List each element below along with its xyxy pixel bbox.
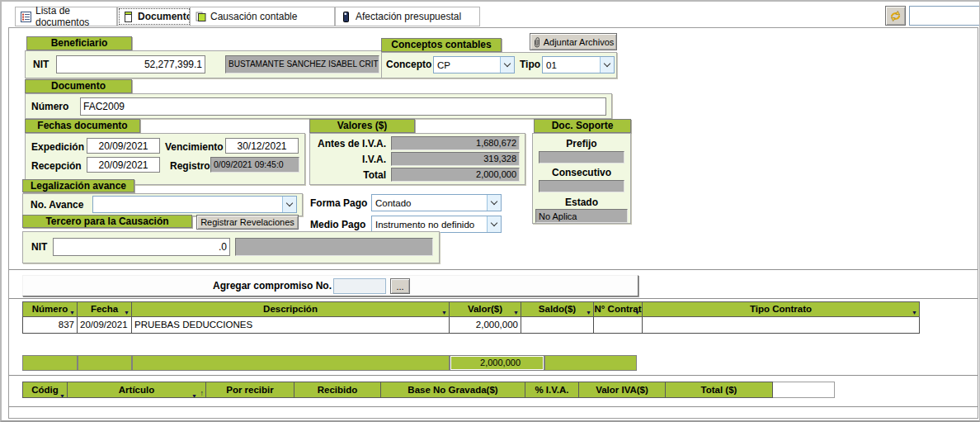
col-header-codigo[interactable]: Códig▼ xyxy=(22,382,68,398)
col-header-saldo[interactable]: Saldo($)▼ xyxy=(521,301,594,317)
filter-arrow-icon: ▼ xyxy=(912,306,917,317)
refresh-icon xyxy=(888,9,902,23)
chevron-down-icon xyxy=(600,57,614,73)
tercero-nombre-field xyxy=(235,238,433,256)
col-header-spacer xyxy=(773,382,835,398)
recepcion-input[interactable] xyxy=(87,157,160,173)
prefijo-field xyxy=(539,151,624,164)
compromisos-table-row[interactable]: 837 20/09/2021 PRUEBAS DEDUCCIONES 2,000… xyxy=(22,317,920,334)
compromiso-no-input[interactable] xyxy=(333,278,386,294)
cell-valor[interactable]: 2,000,000 xyxy=(450,317,521,334)
compromisos-totals-row: 2,000,000 xyxy=(22,355,637,371)
chevron-down-icon xyxy=(282,197,296,212)
no-avance-select[interactable] xyxy=(92,196,297,213)
registro-label: Registro xyxy=(170,160,210,172)
vencimiento-label: Vencimiento xyxy=(165,141,224,153)
forma-pago-select[interactable]: Contado xyxy=(371,194,502,211)
quick-search-input[interactable] xyxy=(909,6,980,26)
iva-label: I.V.A. xyxy=(313,154,386,165)
estado-label: Estado xyxy=(532,197,631,208)
tercero-nit-label: NIT xyxy=(31,241,47,253)
tipo-label: Tipo xyxy=(520,59,540,70)
ellipsis-label: ... xyxy=(396,282,403,292)
tab-label: Lista de documentos xyxy=(35,5,111,28)
tipo-selected-value: 01 xyxy=(543,60,600,70)
tab-label: Afectación presupuestal xyxy=(356,11,461,22)
registro-field: 0/09/2021 09:45:0 xyxy=(210,157,299,173)
compromiso-browse-button[interactable]: ... xyxy=(390,278,410,294)
list-icon xyxy=(21,12,31,22)
col-header-fecha[interactable]: Fecha▼ xyxy=(78,301,132,317)
col-header-numero[interactable]: Número▼ xyxy=(22,301,78,317)
articulos-table-header: Códig▼ Artículo▼↑ Por recibir Recibido B… xyxy=(22,382,835,398)
concepto-select[interactable]: CP xyxy=(433,56,515,73)
cell-descripcion[interactable]: PRUEBAS DEDUCCIONES xyxy=(132,317,450,334)
beneficiario-nombre-field: BUSTAMANTE SANCHEZ ISABEL CRIT xyxy=(225,55,379,73)
col-header-tipo-contrato[interactable]: Tipo Contrato▼ xyxy=(643,301,920,317)
col-header-valor[interactable]: Valor($)▼ xyxy=(450,301,521,317)
totals-cell xyxy=(78,355,132,371)
separator xyxy=(9,406,978,408)
totals-valor-cell: 2,000,000 xyxy=(450,355,544,371)
app-window: Lista de documentos Documento Causación … xyxy=(0,0,980,422)
registrar-revelaciones-button[interactable]: Registrar Revelaciones xyxy=(196,215,299,230)
totals-cell xyxy=(544,355,637,371)
adjuntar-archivos-button[interactable]: Adjuntar Archivos xyxy=(530,33,617,50)
col-header-n-contrato[interactable]: N° Contrat▼ xyxy=(594,301,643,317)
section-header-doc-soporte: Doc. Soporte xyxy=(534,119,631,133)
numero-input[interactable] xyxy=(80,97,606,116)
section-header-beneficiario: Beneficiario xyxy=(26,36,132,50)
col-header-base-no-gravada[interactable]: Base No Gravada($) xyxy=(381,382,525,398)
col-header-pct-iva[interactable]: % I.V.A. xyxy=(525,382,579,398)
compromisos-table-header: Número▼ Fecha▼ Descripción▼ Valor($)▼ Sa… xyxy=(22,301,920,317)
tab-causacion-contable[interactable]: Causación contable xyxy=(190,7,335,26)
separator xyxy=(9,298,978,300)
cell-n-contrato[interactable] xyxy=(594,317,643,334)
consecutivo-field xyxy=(539,180,624,192)
tercero-nit-input[interactable] xyxy=(53,238,230,256)
iva-field: 319,328 xyxy=(391,152,520,166)
cell-tipo-contrato[interactable] xyxy=(643,317,920,334)
section-header-legalizacion-avance: Legalización avance xyxy=(22,179,134,192)
total-field: 2,000,000 xyxy=(391,168,520,182)
filter-arrow-icon: ▼ xyxy=(634,306,640,317)
cell-saldo[interactable] xyxy=(521,317,594,334)
filter-arrow-icon: ▼ xyxy=(69,306,75,317)
col-header-articulo[interactable]: Artículo▼↑ xyxy=(68,382,206,398)
col-header-recibido[interactable]: Recibido xyxy=(294,382,381,398)
filter-arrow-icon: ▼ xyxy=(513,306,519,317)
col-header-valor-iva[interactable]: Valor IVA($) xyxy=(579,382,666,398)
paperclip-icon xyxy=(533,36,541,48)
antes-iva-label: Antes de I.V.A. xyxy=(313,138,386,149)
concepto-label: Concepto xyxy=(386,59,431,70)
document-icon xyxy=(123,12,134,22)
adjuntar-archivos-label: Adjuntar Archivos xyxy=(544,37,615,47)
tab-documento[interactable]: Documento xyxy=(117,7,191,26)
sort-arrow-icon: ↑ xyxy=(200,386,205,398)
section-header-tercero-causacion: Tercero para la Causación xyxy=(22,215,192,228)
antes-iva-field: 1,680,672 xyxy=(391,136,520,150)
tab-lista-de-documentos[interactable]: Lista de documentos xyxy=(15,7,117,26)
chevron-down-icon xyxy=(487,195,501,211)
cell-fecha[interactable]: 20/09/2021 xyxy=(78,317,132,334)
tab-label: Causación contable xyxy=(210,11,297,22)
accounting-icon xyxy=(196,12,206,22)
col-header-total[interactable]: Total ($) xyxy=(666,382,773,398)
estado-field: No Aplica xyxy=(535,209,628,223)
tipo-select[interactable]: 01 xyxy=(542,56,615,73)
expedicion-label: Expedición xyxy=(31,141,84,153)
section-header-valores: Valores ($) xyxy=(309,119,415,133)
tab-afectacion-presupuestal[interactable]: Afectación presupuestal xyxy=(335,7,480,26)
col-header-descripcion[interactable]: Descripción▼ xyxy=(132,301,450,317)
medio-pago-select[interactable]: Instrumento no definido xyxy=(371,216,502,233)
filter-arrow-icon: ▼ xyxy=(59,389,65,398)
separator xyxy=(9,375,978,377)
cell-numero[interactable]: 837 xyxy=(22,317,78,334)
vencimiento-input[interactable] xyxy=(225,138,299,154)
nit-label: NIT xyxy=(33,59,49,70)
nit-input[interactable] xyxy=(56,55,205,73)
refresh-button[interactable] xyxy=(885,6,906,26)
expedicion-input[interactable] xyxy=(87,138,160,154)
col-header-por-recibir[interactable]: Por recibir xyxy=(206,382,294,398)
total-label: Total xyxy=(313,169,386,181)
